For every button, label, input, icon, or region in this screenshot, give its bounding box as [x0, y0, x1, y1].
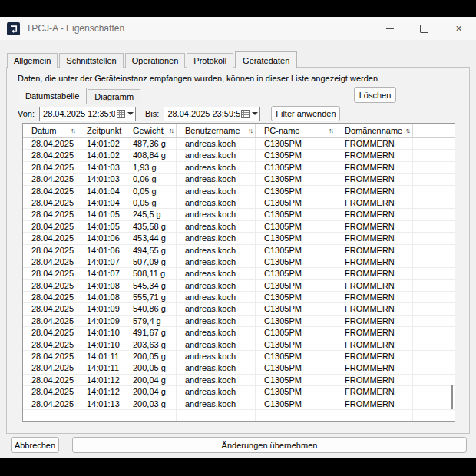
table-cell: FROMMERN	[336, 162, 413, 174]
table-cell: C1305PM	[256, 292, 336, 303]
table-cell: 14:01:04	[78, 197, 124, 209]
table-row[interactable]: 28.04.202514:01:13200,03 gandreas.kochC1…	[23, 398, 455, 410]
tab-allgemein[interactable]: Allgemein	[7, 53, 58, 68]
table-cell: 14:01:03	[78, 162, 124, 174]
apply-filter-button[interactable]: Filter anwenden	[271, 106, 340, 121]
column-header-pc-name[interactable]: PC-name ↑↓	[256, 124, 336, 137]
table-cell	[413, 245, 455, 256]
table-row[interactable]: 28.04.202514:01:09579,4 gandreas.kochC13…	[23, 316, 455, 327]
von-calendar-dropdown[interactable]	[115, 107, 135, 121]
table-row[interactable]: 28.04.202514:01:10203,63 gandreas.kochC1…	[23, 339, 455, 351]
table-row[interactable]: 28.04.202514:01:02487,36 gandreas.kochC1…	[23, 138, 455, 150]
table-cell: andreas.koch	[177, 398, 256, 410]
column-label: PC-name	[264, 126, 299, 135]
table-cell: 28.04.2025	[23, 209, 78, 220]
vertical-scrollbar-thumb[interactable]	[451, 385, 453, 409]
bis-calendar-dropdown[interactable]	[240, 107, 259, 121]
table-cell	[413, 316, 455, 327]
table-cell: andreas.koch	[177, 316, 256, 327]
table-cell: FROMMERN	[336, 268, 413, 279]
table-row[interactable]: 28.04.202514:01:06453,44 gandreas.kochC1…	[23, 233, 455, 244]
subtab-diagramm[interactable]: Diagramm	[88, 89, 140, 104]
table-cell: FROMMERN	[336, 280, 413, 292]
table-row[interactable]: 28.04.202514:01:06494,55 gandreas.kochC1…	[23, 245, 455, 256]
column-header-zeitpunkt[interactable]: Zeitpunkt ↑↓	[78, 124, 124, 137]
subtab-datumstabelle[interactable]: Datumstabelle	[18, 88, 87, 104]
table-cell: 435,58 g	[124, 221, 177, 233]
bis-datebox	[164, 107, 260, 121]
table-cell: 14:01:09	[78, 316, 124, 327]
sort-icon[interactable]: ↑↓	[248, 127, 252, 134]
table-cell: andreas.koch	[177, 138, 256, 150]
table-row[interactable]: 28.04.202514:01:12200,04 gandreas.kochC1…	[23, 386, 455, 398]
table-row[interactable]: 28.04.202514:01:08545,34 gandreas.kochC1…	[23, 280, 455, 292]
table-cell: C1305PM	[256, 398, 336, 410]
table-cell: 1,93 g	[124, 162, 177, 174]
table-row[interactable]: 28.04.202514:01:07508,11 gandreas.kochC1…	[23, 268, 455, 279]
table-cell: 453,44 g	[124, 233, 177, 244]
column-header-benutzername[interactable]: Benutzername ↑↓	[177, 124, 256, 137]
tab-protokoll[interactable]: Protokoll	[187, 53, 233, 68]
apply-changes-button[interactable]: Änderungen übernehmen	[72, 437, 467, 453]
bis-date-input[interactable]	[164, 109, 240, 118]
properties-window: TPCJ-A - Eigenschaften × Allgemein Schni…	[0, 17, 476, 458]
table-cell	[413, 351, 455, 362]
table-cell: 14:01:02	[78, 150, 124, 161]
table-cell: 14:01:10	[78, 339, 124, 351]
table-cell: 28.04.2025	[23, 362, 78, 374]
table-cell	[413, 197, 455, 209]
table-row[interactable]: 28.04.202514:01:031,93 gandreas.kochC130…	[23, 162, 455, 174]
delete-button[interactable]: Löschen	[354, 87, 396, 103]
column-header-gewicht[interactable]: Gewicht ↑↓	[124, 124, 177, 137]
table-row[interactable]: 28.04.202514:01:11200,05 gandreas.kochC1…	[23, 351, 455, 362]
table-row[interactable]: 28.04.202514:01:040,05 gandreas.kochC130…	[23, 197, 455, 209]
table-cell: 28.04.2025	[23, 150, 78, 161]
table-cell: 555,71 g	[124, 292, 177, 303]
table-cell: C1305PM	[256, 138, 336, 150]
table-cell: C1305PM	[256, 339, 336, 351]
table-cell: 0,05 g	[124, 197, 177, 209]
table-cell: C1305PM	[256, 268, 336, 279]
sort-icon[interactable]: ↑↓	[405, 127, 409, 134]
maximize-button[interactable]	[407, 17, 441, 40]
table-row[interactable]	[23, 410, 455, 421]
bis-label: Bis:	[145, 109, 159, 118]
column-header-datum[interactable]: Datum ↑↓	[23, 124, 78, 137]
table-row[interactable]: 28.04.202514:01:030,06 gandreas.kochC130…	[23, 174, 455, 185]
table-row[interactable]: 28.04.202514:01:05435,58 gandreas.kochC1…	[23, 221, 455, 233]
sort-icon[interactable]: ↑↓	[169, 127, 173, 134]
table-row[interactable]: 28.04.202514:01:11200,05 gandreas.kochC1…	[23, 362, 455, 374]
table-row[interactable]: 28.04.202514:01:08555,71 gandreas.kochC1…	[23, 292, 455, 303]
tab-geraetedaten[interactable]: Gerätedaten	[235, 51, 297, 68]
sort-icon[interactable]: ↑↓	[71, 127, 74, 134]
sort-icon[interactable]: ↑↓	[329, 127, 332, 134]
minimize-icon	[386, 28, 394, 29]
table-row[interactable]: 28.04.202514:01:12200,04 gandreas.kochC1…	[23, 375, 455, 386]
table-cell: C1305PM	[256, 150, 336, 161]
table-cell: C1305PM	[256, 362, 336, 374]
table-cell: 14:01:02	[78, 138, 124, 150]
table-cell: C1305PM	[256, 186, 336, 197]
table-cell: 200,04 g	[124, 375, 177, 386]
column-header-filler	[413, 124, 455, 137]
column-header-domaenenname[interactable]: Domänenname ↑↓	[336, 124, 413, 137]
minimize-button[interactable]	[372, 17, 407, 40]
table-row[interactable]: 28.04.202514:01:09540,86 gandreas.kochC1…	[23, 303, 455, 315]
table-row[interactable]: 28.04.202514:01:07507,09 gandreas.kochC1…	[23, 256, 455, 268]
table-row[interactable]: 28.04.202514:01:05245,5 gandreas.kochC13…	[23, 209, 455, 220]
close-button[interactable]: ×	[441, 17, 476, 40]
table-cell: 14:01:12	[78, 386, 124, 398]
table-cell: FROMMERN	[336, 303, 413, 315]
table-cell: 14:01:05	[78, 209, 124, 220]
table-cell: andreas.koch	[177, 197, 256, 209]
table-row[interactable]: 28.04.202514:01:10491,67 gandreas.kochC1…	[23, 327, 455, 339]
cancel-button[interactable]: Abbrechen	[11, 437, 59, 453]
von-date-input[interactable]	[40, 109, 115, 118]
app-icon	[7, 22, 20, 35]
table-row[interactable]: 28.04.202514:01:02408,84 gandreas.kochC1…	[23, 150, 455, 161]
tab-operationen[interactable]: Operationen	[125, 53, 186, 68]
table-row[interactable]: 28.04.202514:01:040,05 gandreas.kochC130…	[23, 186, 455, 197]
table-cell: 14:01:08	[78, 280, 124, 292]
table-cell: 508,11 g	[124, 268, 177, 279]
tab-schnittstellen[interactable]: Schnittstellen	[59, 53, 123, 68]
